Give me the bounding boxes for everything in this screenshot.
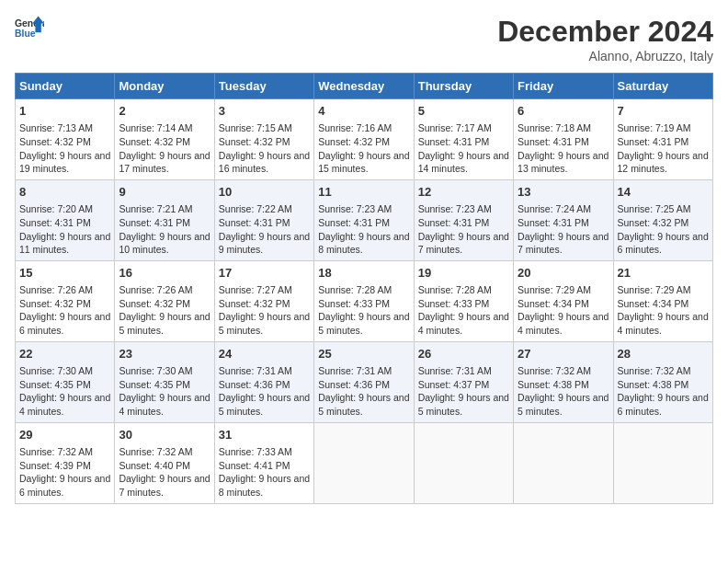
day-cell-20: 20Sunrise: 7:29 AMSunset: 4:34 PMDayligh… [514,260,613,341]
day-cell-11: 11Sunrise: 7:23 AMSunset: 4:31 PMDayligh… [314,179,414,260]
day-cell-9: 9Sunrise: 7:21 AMSunset: 4:31 PMDaylight… [115,179,214,260]
day-cell-18: 18Sunrise: 7:28 AMSunset: 4:33 PMDayligh… [314,260,414,341]
week-row-2: 8Sunrise: 7:20 AMSunset: 4:31 PMDaylight… [16,179,713,260]
day-cell-31: 31Sunrise: 7:33 AMSunset: 4:41 PMDayligh… [214,422,313,503]
day-cell-21: 21Sunrise: 7:29 AMSunset: 4:34 PMDayligh… [613,260,712,341]
day-cell-6: 6Sunrise: 7:18 AMSunset: 4:31 PMDaylight… [514,99,613,180]
day-cell-24: 24Sunrise: 7:31 AMSunset: 4:36 PMDayligh… [214,341,313,422]
day-cell-23: 23Sunrise: 7:30 AMSunset: 4:35 PMDayligh… [115,341,214,422]
logo: General Blue [15,15,44,40]
day-cell-empty-4-5 [514,422,613,503]
day-cell-27: 27Sunrise: 7:32 AMSunset: 4:38 PMDayligh… [514,341,613,422]
day-cell-16: 16Sunrise: 7:26 AMSunset: 4:32 PMDayligh… [115,260,214,341]
day-cell-30: 30Sunrise: 7:32 AMSunset: 4:40 PMDayligh… [115,422,214,503]
header-monday: Monday [115,74,214,99]
day-cell-5: 5Sunrise: 7:17 AMSunset: 4:31 PMDaylight… [414,99,513,180]
day-cell-14: 14Sunrise: 7:25 AMSunset: 4:32 PMDayligh… [613,179,712,260]
day-cell-3: 3Sunrise: 7:15 AMSunset: 4:32 PMDaylight… [214,99,313,180]
day-cell-17: 17Sunrise: 7:27 AMSunset: 4:32 PMDayligh… [214,260,313,341]
day-cell-19: 19Sunrise: 7:28 AMSunset: 4:33 PMDayligh… [414,260,513,341]
day-cell-13: 13Sunrise: 7:24 AMSunset: 4:31 PMDayligh… [514,179,613,260]
day-cell-28: 28Sunrise: 7:32 AMSunset: 4:38 PMDayligh… [613,341,712,422]
day-cell-7: 7Sunrise: 7:19 AMSunset: 4:31 PMDaylight… [613,99,712,180]
header-thursday: Thursday [414,74,513,99]
day-cell-29: 29Sunrise: 7:32 AMSunset: 4:39 PMDayligh… [16,422,115,503]
logo-icon: General Blue [15,15,44,40]
day-cell-8: 8Sunrise: 7:20 AMSunset: 4:31 PMDaylight… [16,179,115,260]
day-cell-15: 15Sunrise: 7:26 AMSunset: 4:32 PMDayligh… [16,260,115,341]
day-cell-1: 1Sunrise: 7:13 AMSunset: 4:32 PMDaylight… [16,99,115,180]
week-row-1: 1Sunrise: 7:13 AMSunset: 4:32 PMDaylight… [16,99,713,180]
calendar-table: Sunday Monday Tuesday Wednesday Thursday… [15,73,713,504]
day-cell-12: 12Sunrise: 7:23 AMSunset: 4:31 PMDayligh… [414,179,513,260]
header-friday: Friday [514,74,613,99]
day-cell-empty-4-4 [414,422,513,503]
day-cell-empty-4-3 [314,422,414,503]
day-cell-4: 4Sunrise: 7:16 AMSunset: 4:32 PMDaylight… [314,99,414,180]
day-cell-empty-4-6 [613,422,712,503]
header-saturday: Saturday [613,74,712,99]
location: Alanno, Abruzzo, Italy [497,49,713,63]
week-row-3: 15Sunrise: 7:26 AMSunset: 4:32 PMDayligh… [16,260,713,341]
day-cell-26: 26Sunrise: 7:31 AMSunset: 4:37 PMDayligh… [414,341,513,422]
header-tuesday: Tuesday [214,74,313,99]
week-row-4: 22Sunrise: 7:30 AMSunset: 4:35 PMDayligh… [16,341,713,422]
month-title: December 2024 [497,15,713,49]
title-block: December 2024 Alanno, Abruzzo, Italy [497,15,713,63]
header-wednesday: Wednesday [314,74,414,99]
page-header: General Blue December 2024 Alanno, Abruz… [15,15,713,63]
weekday-header-row: Sunday Monday Tuesday Wednesday Thursday… [16,74,713,99]
day-cell-25: 25Sunrise: 7:31 AMSunset: 4:36 PMDayligh… [314,341,414,422]
day-cell-10: 10Sunrise: 7:22 AMSunset: 4:31 PMDayligh… [214,179,313,260]
week-row-5: 29Sunrise: 7:32 AMSunset: 4:39 PMDayligh… [16,422,713,503]
header-sunday: Sunday [16,74,115,99]
day-cell-22: 22Sunrise: 7:30 AMSunset: 4:35 PMDayligh… [16,341,115,422]
day-cell-2: 2Sunrise: 7:14 AMSunset: 4:32 PMDaylight… [115,99,214,180]
svg-text:Blue: Blue [15,29,36,39]
